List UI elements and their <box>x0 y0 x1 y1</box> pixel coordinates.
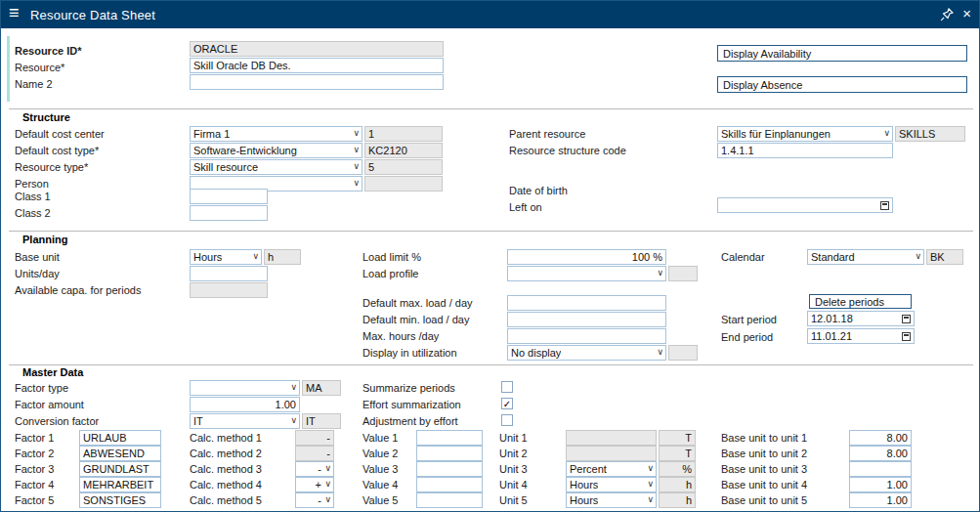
effort-summarization-checkbox[interactable] <box>501 398 513 409</box>
factor-field[interactable]: GRUNDLAST <box>79 461 161 477</box>
base-unit-to-unit-field[interactable]: 1.00 <box>849 477 912 492</box>
calc-method-select[interactable]: - <box>295 461 334 477</box>
chevron-down-icon <box>324 479 331 489</box>
value-field[interactable] <box>416 477 483 492</box>
base-unit-to-unit-field[interactable]: 8.00 <box>849 446 912 461</box>
resource-structure-code-label: Resource structure code <box>509 145 626 157</box>
class1-field[interactable] <box>190 189 268 204</box>
pin-icon[interactable] <box>940 8 954 21</box>
available-capa-field <box>190 282 268 298</box>
calendar-icon[interactable] <box>880 201 889 210</box>
start-period-label: Start period <box>721 314 777 326</box>
display-absence-button[interactable]: Display Absence <box>717 76 967 93</box>
menu-icon[interactable] <box>9 3 20 23</box>
factor-row-label: Factor 4 <box>15 479 54 491</box>
base-unit-to-unit-field[interactable] <box>849 461 912 477</box>
unit-select[interactable]: Percent <box>566 461 657 477</box>
value-field[interactable] <box>416 461 483 477</box>
structure-section-title: Structure <box>22 111 70 123</box>
summarize-periods-checkbox[interactable] <box>501 381 513 393</box>
class2-field[interactable] <box>190 205 268 221</box>
unit-select[interactable]: Hours <box>566 492 657 508</box>
calendar-select[interactable]: Standard <box>807 249 924 265</box>
base-unit-select[interactable]: Hours <box>190 249 262 265</box>
start-period-field[interactable]: 12.01.18 <box>807 311 915 326</box>
factor-field[interactable]: SONSTIGES <box>79 492 161 508</box>
conversion-factor-code-field: IT <box>302 413 341 429</box>
display-availability-button[interactable]: Display Availability <box>717 45 967 62</box>
resource-id-label: Resource ID* <box>15 45 81 58</box>
value-field[interactable] <box>416 446 483 461</box>
base-unit-to-unit-label: Base unit to unit 2 <box>721 448 807 460</box>
name2-label: Name 2 <box>15 78 53 91</box>
available-capa-label: Available capa. for periods <box>15 284 141 297</box>
base-unit-to-unit-label: Base unit to unit 5 <box>721 494 807 507</box>
max-hours-day-label: Max. hours /day <box>362 330 439 343</box>
chevron-down-icon <box>324 463 331 473</box>
name2-field[interactable] <box>190 74 444 90</box>
units-per-day-field[interactable] <box>190 266 268 281</box>
default-cost-center-select[interactable]: Firma 1 <box>190 126 362 142</box>
calc-method-field: - <box>295 430 334 446</box>
resource-structure-code-field[interactable]: 1.4.1.1 <box>717 143 893 158</box>
chevron-down-icon <box>290 382 297 392</box>
close-icon[interactable] <box>962 5 971 21</box>
value-field[interactable] <box>416 492 483 508</box>
conversion-factor-select[interactable]: IT <box>190 413 300 429</box>
chevron-down-icon <box>647 479 654 489</box>
left-on-field[interactable] <box>717 197 893 213</box>
resource-label: Resource* <box>15 62 64 74</box>
load-profile-select[interactable] <box>507 266 666 281</box>
value-label: Value 4 <box>362 479 399 491</box>
summarize-periods-label: Summarize periods <box>362 382 455 395</box>
planning-section-title: Planning <box>22 234 67 245</box>
factor-row-label: Factor 5 <box>15 494 54 507</box>
resource-type-select[interactable]: Skill resource <box>190 159 362 175</box>
max-hours-day-field[interactable] <box>507 328 666 344</box>
calc-method-label: Calc. method 5 <box>190 494 262 507</box>
factor-amount-field[interactable]: 1.00 <box>190 397 300 412</box>
base-unit-label: Base unit <box>15 251 60 264</box>
unit-label: Unit 3 <box>499 463 528 476</box>
factor-field[interactable]: ABWESEND <box>79 446 161 461</box>
delete-periods-button[interactable]: Delete periods <box>809 294 912 309</box>
unit-code-field: T <box>659 446 696 461</box>
base-unit-to-unit-field[interactable]: 8.00 <box>849 430 912 446</box>
load-profile-code-box <box>668 266 698 281</box>
calc-method-field: - <box>295 446 334 461</box>
base-unit-to-unit-field[interactable]: 1.00 <box>849 492 912 508</box>
adjustment-by-effort-checkbox[interactable] <box>501 414 513 426</box>
calc-method-select[interactable]: - <box>295 492 334 508</box>
calendar-icon[interactable] <box>902 315 911 323</box>
units-per-day-label: Units/day <box>15 268 60 280</box>
unit-select[interactable]: Hours <box>566 477 657 492</box>
factor-type-select[interactable] <box>190 380 300 396</box>
default-min-load-field[interactable] <box>507 312 666 327</box>
default-cost-type-label: Default cost type* <box>15 145 99 157</box>
calendar-icon[interactable] <box>902 332 911 341</box>
unit-code-field: T <box>659 430 696 446</box>
master-data-section-title: Master Data <box>22 366 83 378</box>
factor-field[interactable]: URLAUB <box>79 430 161 446</box>
chevron-down-icon <box>324 494 331 504</box>
calc-method-select[interactable]: + <box>295 477 334 492</box>
value-field[interactable] <box>416 430 483 446</box>
calc-method-label: Calc. method 3 <box>190 463 262 476</box>
chevron-down-icon <box>915 251 921 261</box>
unit-code-field: h <box>659 492 696 508</box>
end-period-field[interactable]: 11.01.21 <box>807 328 915 344</box>
resource-type-code-field: 5 <box>364 159 443 175</box>
resource-field[interactable]: Skill Oracle DB Des. <box>190 58 444 73</box>
default-cost-type-select[interactable]: Software-Entwicklung <box>190 143 362 158</box>
unit-field <box>566 446 657 461</box>
default-max-load-field[interactable] <box>507 295 666 311</box>
chevron-down-icon <box>657 347 663 357</box>
resource-id-field: ORACLE <box>190 41 444 57</box>
display-in-utilization-select[interactable]: No display <box>507 345 666 361</box>
parent-resource-select[interactable]: Skills für Einplanungen <box>717 126 893 142</box>
load-limit-field[interactable]: 100 % <box>507 249 666 265</box>
base-unit-to-unit-label: Base unit to unit 4 <box>721 479 807 491</box>
factor-field[interactable]: MEHRARBEIT <box>79 477 161 492</box>
adjustment-by-effort-label: Adjustment by effort <box>362 415 458 428</box>
default-min-load-label: Default min. load / day <box>362 314 469 326</box>
